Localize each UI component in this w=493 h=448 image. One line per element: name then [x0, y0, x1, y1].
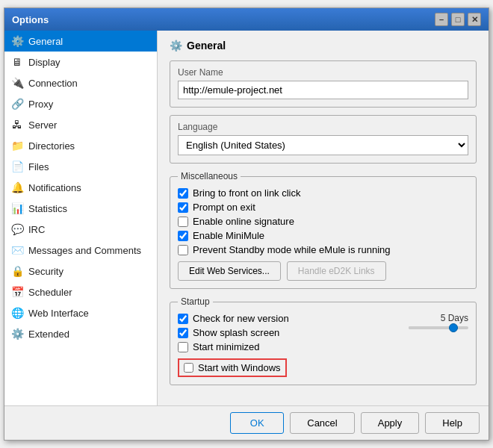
prevent-standby-checkbox[interactable]: [178, 245, 188, 255]
title-bar: Options – □ ✕: [4, 8, 489, 31]
misc-item-3: Enable MiniMule: [178, 230, 468, 241]
sidebar-item-files[interactable]: 📄Files: [4, 156, 157, 177]
sidebar-label-messages: Messages and Comments: [28, 245, 141, 256]
sidebar-icon-statistics: 📊: [10, 202, 24, 215]
maximize-button[interactable]: □: [451, 13, 465, 26]
section-title: ⚙️ General: [170, 40, 477, 52]
handle-ed2k-button[interactable]: Handle eD2K Links: [287, 261, 386, 281]
section-title-text: General: [187, 40, 226, 52]
sidebar-item-messages[interactable]: ✉️Messages and Comments: [4, 240, 157, 261]
show-splash-label: Show splash screen: [193, 327, 279, 338]
startup-legend: Startup: [178, 296, 213, 307]
username-input[interactable]: [178, 81, 468, 99]
prevent-standby-label: Prevent Standby mode while eMule is runn…: [193, 244, 390, 255]
sidebar-icon-proxy: 🔗: [10, 97, 24, 111]
sidebar-item-security[interactable]: 🔒Security: [4, 261, 157, 281]
slider-label: 5 Days: [409, 313, 468, 323]
sidebar-icon-security: 🔒: [10, 264, 24, 278]
sidebar-label-general: General: [28, 36, 63, 47]
enable-minimule-label: Enable MiniMule: [193, 230, 264, 241]
sidebar-item-scheduler[interactable]: 📅Scheduler: [4, 281, 157, 302]
misc-item-4: Prevent Standby mode while eMule is runn…: [178, 244, 468, 255]
sidebar-item-display[interactable]: 🖥Display: [4, 52, 157, 72]
sidebar-label-notifications: Notifications: [28, 182, 81, 193]
bring-to-front-checkbox[interactable]: [178, 188, 188, 199]
enable-signature-checkbox[interactable]: [178, 217, 188, 227]
slider-fill: [409, 326, 450, 329]
startup-checkboxes: Check for new version Show splash screen…: [178, 313, 289, 377]
startup-item-2: Start minimized: [178, 341, 289, 352]
sidebar-icon-scheduler: 📅: [10, 285, 24, 299]
sidebar-item-statistics[interactable]: 📊Statistics: [4, 198, 157, 219]
sidebar-label-proxy: Proxy: [28, 99, 53, 110]
start-with-windows-label: Start with Windows: [198, 362, 281, 373]
sidebar-icon-server: 🖧: [10, 118, 24, 131]
sidebar-item-webinterface[interactable]: 🌐Web Interface: [4, 302, 157, 323]
sidebar-item-proxy[interactable]: 🔗Proxy: [4, 93, 157, 114]
apply-button[interactable]: Apply: [361, 412, 420, 434]
cancel-button[interactable]: Cancel: [290, 412, 354, 434]
sidebar-label-display: Display: [28, 57, 61, 68]
sidebar: ⚙️General🖥Display🔌Connection🔗Proxy🖧Serve…: [4, 31, 158, 405]
sidebar-icon-directories: 📁: [10, 139, 24, 152]
startup-content: Check for new version Show splash screen…: [178, 313, 468, 377]
misc-item-0: Bring to front on link click: [178, 187, 468, 199]
sidebar-icon-notifications: 🔔: [10, 181, 24, 194]
section-icon: ⚙️: [170, 40, 182, 52]
start-minimized-label: Start minimized: [193, 341, 260, 352]
enable-signature-label: Enable online signature: [193, 216, 294, 227]
username-fieldset: User Name: [170, 60, 477, 108]
sidebar-icon-extended: ⚙️: [10, 327, 24, 340]
options-dialog: Options – □ ✕ ⚙️General🖥Display🔌Connecti…: [4, 7, 489, 441]
language-select[interactable]: English (United States) German French Sp…: [178, 135, 468, 155]
sidebar-icon-files: 📄: [10, 160, 24, 173]
sidebar-item-directories[interactable]: 📁Directories: [4, 135, 157, 156]
minimize-button[interactable]: –: [435, 13, 448, 26]
show-splash-checkbox[interactable]: [178, 328, 188, 338]
misc-item-1: Prompt on exit: [178, 202, 468, 213]
sidebar-label-directories: Directories: [28, 140, 75, 152]
start-with-windows-checkbox[interactable]: [184, 363, 193, 373]
ok-button[interactable]: OK: [230, 412, 284, 434]
sidebar-item-extended[interactable]: ⚙️Extended: [4, 323, 157, 344]
sidebar-label-statistics: Statistics: [28, 203, 67, 214]
sidebar-label-files: Files: [28, 161, 49, 172]
title-bar-buttons: – □ ✕: [435, 13, 481, 26]
language-fieldset: Language English (United States) German …: [170, 115, 477, 164]
slider-track: [409, 326, 468, 329]
content-area: ⚙️General🖥Display🔌Connection🔗Proxy🖧Serve…: [4, 31, 489, 405]
check-new-version-label: Check for new version: [193, 313, 289, 324]
sidebar-icon-display: 🖥: [10, 55, 24, 69]
sidebar-item-notifications[interactable]: 🔔Notifications: [4, 177, 157, 198]
sidebar-label-server: Server: [28, 119, 57, 131]
sidebar-item-server[interactable]: 🖧Server: [4, 114, 157, 135]
sidebar-icon-connection: 🔌: [10, 76, 24, 90]
slider-thumb[interactable]: [449, 323, 458, 332]
sidebar-icon-general: ⚙️: [10, 34, 24, 48]
help-button[interactable]: Help: [425, 412, 480, 434]
sidebar-icon-webinterface: 🌐: [10, 306, 24, 320]
sidebar-label-irc: IRC: [28, 224, 45, 235]
username-label: User Name: [178, 67, 468, 78]
start-with-windows-row: Start with Windows: [178, 358, 287, 377]
misc-buttons: Edit Web Services... Handle eD2K Links: [178, 261, 468, 281]
sidebar-label-webinterface: Web Interface: [28, 308, 89, 319]
sidebar-item-connection[interactable]: 🔌Connection: [4, 72, 157, 93]
language-label: Language: [178, 122, 468, 132]
sidebar-label-scheduler: Scheduler: [28, 287, 72, 298]
close-button[interactable]: ✕: [468, 13, 481, 26]
sidebar-label-extended: Extended: [28, 329, 69, 340]
sidebar-item-irc[interactable]: 💬IRC: [4, 219, 157, 240]
startup-item-1: Show splash screen: [178, 327, 289, 338]
edit-web-services-button[interactable]: Edit Web Services...: [178, 261, 281, 281]
startup-fieldset: Startup Check for new version Show splas…: [170, 296, 477, 385]
misc-item-2: Enable online signature: [178, 216, 468, 227]
startup-item-0: Check for new version: [178, 313, 289, 324]
check-new-version-checkbox[interactable]: [178, 314, 188, 324]
start-minimized-checkbox[interactable]: [178, 342, 188, 352]
sidebar-item-general[interactable]: ⚙️General: [4, 31, 157, 52]
enable-minimule-checkbox[interactable]: [178, 231, 188, 241]
misc-legend: Miscellaneous: [178, 171, 241, 181]
prompt-on-exit-checkbox[interactable]: [178, 202, 188, 213]
misc-fieldset: Miscellaneous Bring to front on link cli…: [170, 171, 477, 289]
